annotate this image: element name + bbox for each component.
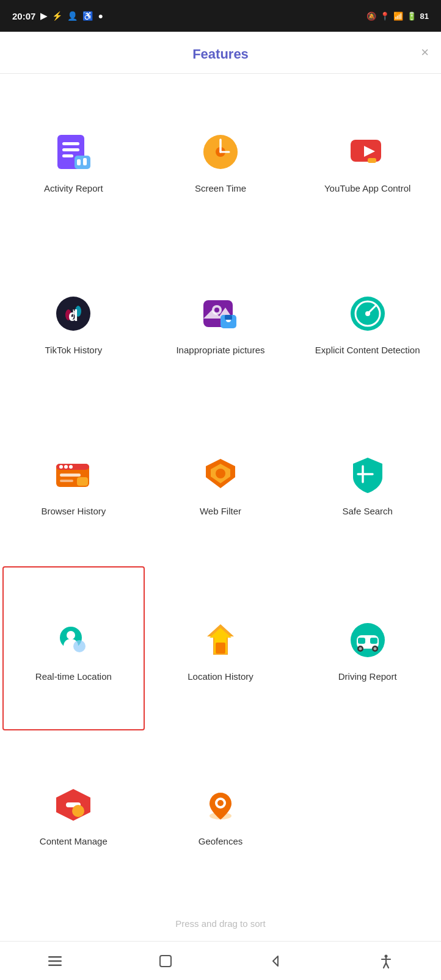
tiktok-history-icon: ♪ d (51, 292, 95, 336)
activity-report-label: Activity Report (44, 182, 103, 195)
person-status-icon: 👤 (67, 11, 78, 21)
svg-point-43 (67, 631, 75, 640)
feature-location-history[interactable]: Location History (147, 564, 294, 732)
realtime-location-label: Real-time Location (35, 671, 112, 683)
feature-safe-search[interactable]: Safe Search (294, 403, 441, 564)
youtube-status-icon: ▶ (40, 11, 47, 21)
browser-history-label: Browser History (41, 505, 106, 517)
svg-point-39 (216, 469, 225, 478)
status-right: 🔕 📍 📶 🔋 81 (366, 12, 429, 21)
svg-point-21 (214, 308, 219, 312)
feature-activity-report[interactable]: Activity Report (0, 80, 147, 241)
nav-back[interactable] (260, 949, 291, 973)
nav-home[interactable] (150, 949, 181, 973)
feature-inappropriate-pictures[interactable]: Inappropriate pictures (147, 241, 294, 402)
feature-screen-time[interactable]: Screen Time (147, 80, 294, 241)
svg-rect-1 (62, 142, 79, 145)
feature-realtime-location[interactable]: Real-time Location (2, 566, 145, 730)
status-time: 20:07 (12, 11, 35, 21)
svg-rect-65 (160, 956, 171, 967)
svg-point-33 (69, 465, 73, 469)
status-bar: 20:07 ▶ ⚡ 👤 ♿ ● 🔕 📍 📶 🔋 81 (0, 0, 441, 32)
drag-hint: Press and drag to sort (0, 900, 441, 941)
location-history-icon (199, 618, 242, 662)
safe-search-icon (346, 453, 390, 497)
svg-rect-24 (225, 315, 232, 320)
youtube-app-control-icon (346, 130, 390, 174)
svg-point-53 (359, 647, 362, 650)
svg-rect-36 (77, 477, 88, 486)
driving-report-icon (346, 618, 390, 662)
screen-time-icon (199, 130, 242, 174)
explicit-content-label: Explicit Content Detection (315, 344, 420, 356)
geofences-icon (199, 783, 242, 827)
web-filter-icon (199, 453, 242, 497)
volume-off-icon: 🔕 (366, 12, 376, 21)
tiktok-history-label: TikTok History (45, 344, 103, 356)
youtube-app-control-label: YouTube App Control (324, 182, 411, 195)
svg-point-31 (59, 465, 63, 469)
feature-driving-report[interactable]: Driving Report (294, 564, 441, 732)
feature-explicit-content[interactable]: Explicit Content Detection (294, 241, 441, 402)
features-grid: Activity Report Screen Time (0, 74, 441, 900)
svg-point-67 (384, 954, 387, 957)
realtime-location-icon (51, 618, 95, 662)
feature-youtube-app-control[interactable]: YouTube App Control (294, 80, 441, 241)
svg-rect-51 (370, 638, 377, 644)
bottom-nav (0, 941, 441, 980)
dot-status-icon: ● (98, 11, 103, 21)
svg-rect-6 (83, 158, 87, 165)
battery-percent: 81 (420, 12, 429, 21)
svg-point-61 (217, 800, 224, 806)
svg-rect-34 (60, 474, 81, 477)
content-manage-label: Content Manage (40, 835, 108, 848)
svg-marker-66 (273, 956, 278, 966)
location-icon: 📍 (380, 12, 390, 21)
driving-report-label: Driving Report (338, 671, 397, 683)
nav-menu[interactable] (40, 949, 70, 973)
battery-icon: 🔋 (407, 12, 417, 21)
inappropriate-pictures-label: Inappropriate pictures (176, 344, 264, 356)
svg-rect-62 (48, 956, 62, 958)
svg-point-58 (72, 805, 84, 817)
nav-accessibility[interactable] (371, 949, 401, 973)
svg-rect-3 (62, 154, 73, 157)
feature-geofences[interactable]: Geofences (147, 733, 294, 894)
feature-tiktok-history[interactable]: ♪ d TikTok History (0, 241, 147, 402)
feature-web-filter[interactable]: Web Filter (147, 403, 294, 564)
location-history-label: Location History (188, 671, 253, 683)
safe-search-label: Safe Search (342, 505, 393, 517)
main-content: Features × Activity Report (0, 32, 441, 941)
svg-point-55 (373, 647, 376, 650)
status-left: 20:07 ▶ ⚡ 👤 ♿ ● (12, 11, 103, 21)
web-filter-label: Web Filter (200, 505, 241, 517)
svg-rect-64 (48, 964, 62, 966)
geofences-label: Geofences (199, 835, 243, 848)
content-manage-icon (51, 783, 95, 827)
browser-history-icon (51, 453, 95, 497)
page-title: Features (192, 46, 249, 62)
svg-rect-50 (358, 638, 365, 644)
svg-rect-35 (60, 480, 73, 482)
screen-time-label: Screen Time (195, 182, 246, 195)
activity-report-icon (51, 130, 95, 174)
svg-rect-47 (216, 643, 225, 654)
explicit-content-icon (346, 292, 390, 336)
svg-rect-2 (62, 148, 79, 151)
inappropriate-pictures-icon (199, 292, 242, 336)
svg-rect-4 (75, 156, 90, 169)
svg-rect-13 (368, 158, 376, 163)
maps-status-icon: ⚡ (52, 11, 62, 21)
header: Features × (0, 32, 441, 74)
feature-browser-history[interactable]: Browser History (0, 403, 147, 564)
svg-line-71 (386, 963, 388, 968)
svg-point-44 (73, 640, 86, 652)
accessibility-status-icon: ♿ (82, 11, 93, 21)
svg-rect-5 (77, 159, 81, 165)
feature-content-manage[interactable]: Content Manage (0, 733, 147, 894)
svg-rect-63 (48, 960, 62, 962)
svg-text:d: d (68, 306, 78, 325)
wifi-icon: 📶 (393, 12, 403, 21)
svg-point-32 (64, 465, 68, 469)
close-button[interactable]: × (421, 46, 429, 59)
